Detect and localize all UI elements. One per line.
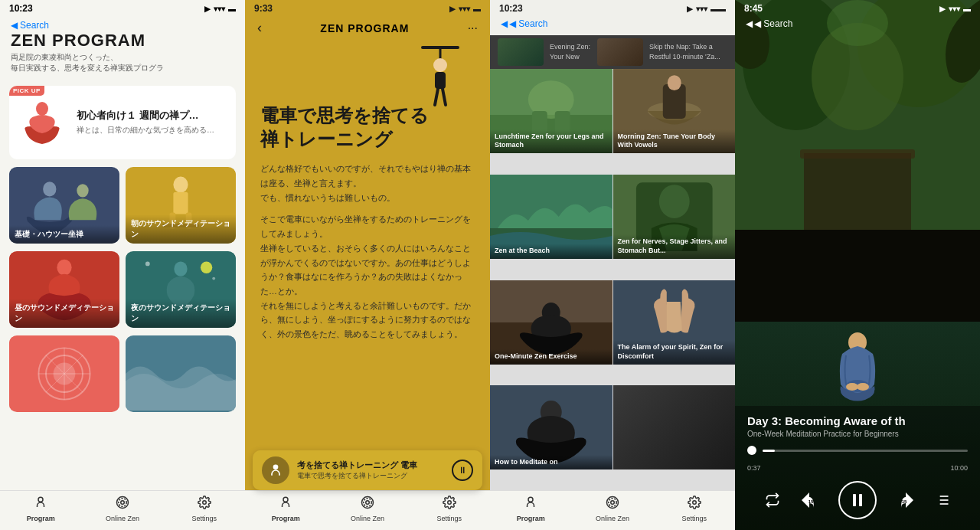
tile-minute[interactable]: One-Minute Zen Exercise — [490, 280, 612, 365]
screen4-play-pause-btn[interactable] — [838, 481, 877, 519]
screen4-video-title: Day 3: Becoming Aware of th — [747, 414, 968, 429]
screen2-nav-settings-label: Settings — [436, 515, 462, 522]
screen4-forward-btn[interactable]: 15 — [895, 489, 916, 511]
svg-point-63 — [528, 497, 533, 502]
screen1-header: ◀ Search ZEN PROGRAM 両足院の東凌和尚とつくった、毎日実践す… — [0, 17, 245, 80]
screen1-back[interactable]: ◀ Search — [11, 20, 234, 31]
screen2-nav-program-label: Program — [272, 515, 300, 522]
svg-rect-74 — [800, 149, 915, 159]
tile-lunchtime[interactable]: Lunchtime Zen for your Legs and Stomach — [490, 69, 612, 153]
screen1-subtitle: 両足院の東凌和尚とつくった、毎日実践する、思考を変える禅実践プログラ — [11, 52, 234, 74]
svg-rect-81 — [853, 494, 856, 506]
screen2-mini-player[interactable]: 考を捨てる禅トレーニング 電車 電車で思考を捨てる禅トレーニング ⏸ — [253, 450, 482, 490]
screen4-video-subtitle: One-Week Meditation Practice for Beginne… — [747, 430, 968, 438]
grid-card-4-illustration — [9, 335, 119, 412]
screen4-repeat-btn[interactable] — [765, 492, 780, 508]
screen3-nav-settings-label: Settings — [681, 515, 707, 522]
screen3-nav-program-label: Program — [517, 515, 545, 522]
screen1-nav-online-zen[interactable]: Online Zen — [82, 496, 164, 522]
grid-card-5[interactable] — [126, 335, 236, 412]
pickup-title: 初心者向け１ 週間の禅プ… — [77, 110, 214, 123]
tile-empty — [613, 385, 736, 469]
screen4-progress-bar-bg[interactable] — [763, 450, 968, 452]
pickup-card[interactable]: PICK UP 初心者向け１ 週間の禅プ… 禅とは、日常の細かな気づきを高める… — [9, 86, 236, 159]
screen4-signal-icon: ▶ — [939, 5, 946, 13]
screen4-wifi-icon: ▾▾▾ — [949, 5, 960, 13]
screen2-menu-dots[interactable]: ··· — [468, 21, 478, 35]
grid-card-0-label: 基礎・ハウツー坐禅 — [9, 225, 119, 244]
screen4-rewind-btn[interactable]: 15 — [799, 489, 820, 511]
tile-morning[interactable]: Morning Zen: Tune Your Body With Vowels — [613, 69, 736, 153]
screen3-strip-thumb2 — [597, 38, 643, 66]
screen3-nav-settings[interactable]: Settings — [653, 496, 735, 522]
screen3-nav-online-zen[interactable]: Online Zen — [572, 496, 654, 522]
screen2-nav-program[interactable]: Program — [245, 496, 327, 522]
grid-card-2-label: 昼のサウンドメディテーション — [9, 299, 119, 328]
screen1-nav-settings[interactable]: Settings — [163, 496, 245, 522]
grid-card-4[interactable] — [9, 335, 119, 412]
mini-player-pause-btn[interactable]: ⏸ — [452, 460, 473, 481]
screen4-back-link[interactable]: ◀ ◀ Search — [746, 18, 969, 29]
svg-line-36 — [443, 89, 446, 105]
screen2-signal-icon: ▶ — [449, 5, 456, 13]
screen2-hero-illus — [245, 42, 490, 103]
svg-text:15: 15 — [902, 499, 907, 504]
tile-alarm[interactable]: The Alarm of your Spirit, Zen for Discom… — [613, 280, 736, 365]
screen2-body1: どんな格好でもいいのですが、それでもやはり禅の基本は座る、坐禅と言えます。 でも… — [260, 162, 475, 204]
svg-point-27 — [121, 501, 125, 505]
pause-icon: ⏸ — [458, 465, 467, 476]
grid-card-0[interactable]: 基礎・ハウツー坐禅 — [9, 167, 119, 244]
tile-beach[interactable]: Zen at the Beach — [490, 175, 612, 259]
pickup-desc: 禅とは、日常の細かな気づきを高める… — [77, 125, 214, 136]
grid-card-3[interactable]: 夜のサウンドメディテーション — [126, 251, 236, 328]
screen2-battery-icon: ▬ — [473, 5, 481, 13]
pickup-text: 初心者向け１ 週間の禅プ… 禅とは、日常の細かな気づきを高める… — [77, 110, 214, 136]
svg-rect-31 — [421, 46, 459, 49]
wifi-icon: ▾▾▾ — [214, 5, 225, 13]
screen1: 10:23 ▶ ▾▾▾ ▬ ◀ Search ZEN PROGRAM 両足院の東… — [0, 0, 245, 530]
tile-meditate[interactable]: How to Meditate on — [490, 385, 612, 469]
screen4-back-arrow-icon: ◀ — [746, 18, 753, 29]
screen3-status-bar: 10:23 ▶ ▾▾▾ ▬▬ — [490, 0, 735, 17]
mini-player-thumb — [262, 456, 289, 484]
screen2-main-content: 電車で思考を捨てる禅トレーニング どんな格好でもいいのですが、それでもやはり禅の… — [245, 103, 490, 490]
screen1-nav-program-label: Program — [27, 515, 55, 522]
svg-line-35 — [435, 89, 438, 105]
screen4-progress-bar-fill — [763, 450, 775, 452]
screen1-bottom-nav: Program Online Zen Settings — [0, 490, 245, 530]
screen3-signal-icon: ▶ — [687, 5, 693, 13]
pickup-badge: PICK UP — [9, 86, 44, 96]
svg-point-51 — [667, 75, 681, 90]
tile-lunchtime-label: Lunchtime Zen for your Legs and Stomach — [490, 129, 612, 153]
svg-point-39 — [364, 499, 372, 507]
screen3-strip-thumb1 — [498, 38, 544, 66]
screen3-program-nav-icon — [524, 496, 537, 513]
screen2-body2: そこで電車にいながら坐禅をするためのトレーニングをしてみましょう。 坐禅をしてい… — [260, 212, 475, 341]
screen4-time: 8:45 — [744, 3, 763, 14]
screen4-time-elapsed: 0:37 — [747, 464, 761, 472]
screen2-nav-online-zen[interactable]: Online Zen — [327, 496, 409, 522]
grid-card-1[interactable]: 朝のサウンドメディテーション — [126, 167, 236, 244]
forward-icon: 15 — [895, 489, 916, 511]
screen2-main-title: 電車で思考を捨てる禅トレーニング — [260, 103, 475, 151]
grid-card-2[interactable]: 昼のサウンドメディテーション — [9, 251, 119, 328]
battery-icon: ▬ — [228, 5, 236, 13]
screen1-nav-program[interactable]: Program — [0, 496, 82, 522]
screen3-bottom-nav: Program Online Zen Settings — [490, 490, 735, 530]
screen3-back-link[interactable]: ◀ ◀ Search — [501, 18, 724, 29]
svg-point-0 — [36, 102, 48, 116]
tile-nerves[interactable]: Zen for Nerves, Stage Jitters, and Stoma… — [613, 175, 736, 259]
screen2-back-btn[interactable]: ‹ — [257, 20, 262, 36]
grid-card-5-illustration — [126, 335, 236, 412]
rewind-icon: 15 — [799, 489, 820, 511]
svg-point-56 — [658, 185, 689, 218]
tile-alarm-label: The Alarm of your Spirit, Zen for Discom… — [613, 340, 736, 364]
screen1-status-icons: ▶ ▾▾▾ ▬ — [204, 5, 236, 13]
screen2-nav-settings[interactable]: Settings — [408, 496, 490, 522]
repeat-icon — [765, 492, 780, 508]
screen3-nav-program[interactable]: Program — [490, 496, 572, 522]
settings-nav-icon — [198, 496, 211, 513]
more-options-icon — [935, 492, 950, 508]
svg-rect-34 — [435, 72, 446, 89]
screen4-more-btn[interactable] — [935, 492, 950, 508]
